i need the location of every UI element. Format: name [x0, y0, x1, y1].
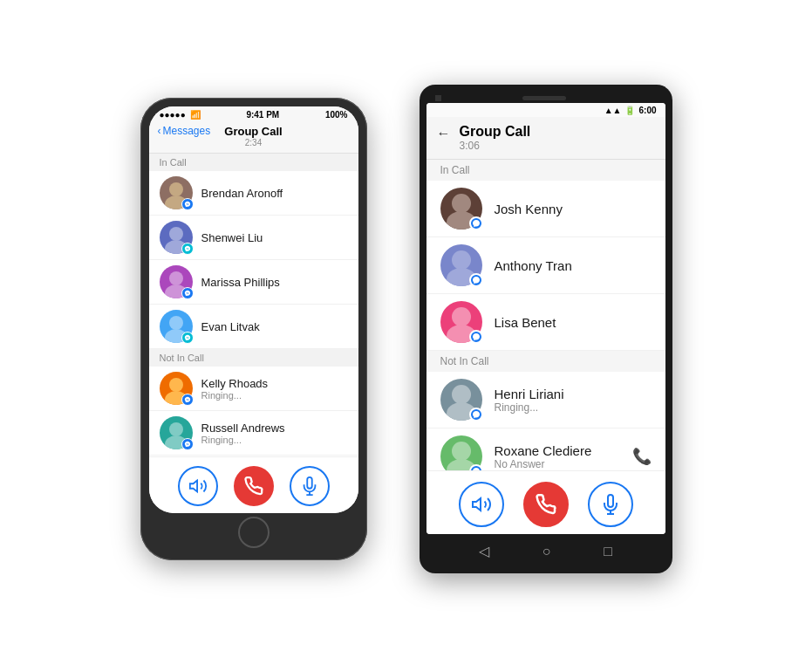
android-in-call-header: In Call	[426, 160, 665, 181]
ios-in-call-header: In Call	[149, 154, 358, 171]
avatar	[160, 176, 193, 209]
contact-name: Shenwei Liu	[201, 231, 263, 244]
avatar	[440, 188, 482, 230]
svg-point-21	[452, 385, 471, 404]
avatar	[440, 244, 482, 286]
svg-point-8	[169, 378, 183, 392]
phone-icon: 📞	[632, 447, 652, 466]
android-speaker	[522, 96, 566, 100]
list-item[interactable]: Evan Litvak	[149, 305, 358, 349]
list-item[interactable]: Lisa Benet	[426, 294, 665, 351]
svg-point-2	[169, 227, 183, 241]
avatar	[440, 379, 482, 421]
contact-name: Lisa Benet	[495, 315, 556, 330]
svg-point-6	[169, 316, 183, 330]
android-nav-bar: ← Group Call 3:06	[426, 117, 665, 160]
android-device: ▲▲ 🔋 6:00 ← Group Call 3:06 In Call	[420, 85, 672, 573]
android-home-nav[interactable]: ○	[542, 544, 551, 559]
avatar	[160, 310, 193, 343]
contact-name: Russell Andrews	[201, 422, 285, 435]
list-item[interactable]: Anthony Tran	[426, 237, 665, 294]
contact-name: Evan Litvak	[201, 320, 260, 333]
mute-button[interactable]	[290, 466, 330, 506]
contact-status: Ringing...	[495, 401, 564, 414]
iphone-content: In Call Brendan Aronoff	[149, 154, 358, 456]
iphone-nav-bar: ‹ Messages Group Call 2:34	[149, 121, 358, 154]
iphone-device: ●●●●● 📶 9:41 PM 100% ‹ Messages Group Ca…	[140, 98, 367, 560]
contact-status: No Answer	[495, 458, 620, 470]
android-screen: ▲▲ 🔋 6:00 ← Group Call 3:06 In Call	[426, 103, 665, 534]
contact-name: Anthony Tran	[495, 258, 572, 273]
avatar	[160, 221, 193, 254]
iphone-nav-subtitle: 2:34	[158, 138, 350, 147]
avatar	[160, 372, 193, 405]
android-nav-subtitle: 3:06	[460, 140, 531, 152]
android-nav-title: Group Call	[460, 124, 531, 140]
list-item[interactable]: Kelly Rhoads Ringing...	[149, 367, 358, 411]
svg-point-10	[169, 422, 183, 436]
speaker-button[interactable]	[178, 466, 218, 506]
list-item[interactable]: Brendan Aronoff	[149, 171, 358, 216]
svg-point-0	[169, 182, 183, 196]
list-item[interactable]: Josh Kenny	[426, 181, 665, 237]
android-system-nav: ◁ ○ □	[426, 536, 665, 566]
avatar	[160, 416, 193, 449]
contact-name: Brendan Aronoff	[201, 187, 283, 200]
iphone-screen: ●●●●● 📶 9:41 PM 100% ‹ Messages Group Ca…	[149, 106, 358, 513]
svg-marker-25	[473, 498, 481, 511]
android-recents-nav[interactable]: □	[604, 544, 612, 559]
svg-point-15	[452, 194, 471, 213]
android-status-bar: ▲▲ 🔋 6:00	[426, 103, 665, 117]
list-item[interactable]: Russell Andrews Ringing...	[149, 411, 358, 456]
iphone-home-button[interactable]	[238, 517, 270, 548]
list-item[interactable]: Marissa Phillips	[149, 260, 358, 305]
android-end-call-button[interactable]	[523, 482, 569, 527]
android-back-button[interactable]: ←	[437, 126, 451, 141]
list-item[interactable]: Roxane Clediere No Answer 📞	[426, 428, 665, 470]
contact-name: Henri Liriani	[495, 387, 564, 401]
android-mute-button[interactable]	[588, 482, 633, 527]
svg-point-4	[169, 271, 183, 285]
iphone-call-controls	[149, 456, 358, 513]
avatar	[440, 301, 482, 343]
svg-marker-12	[189, 481, 196, 492]
contact-status: Ringing...	[201, 390, 269, 401]
list-item[interactable]: Shenwei Liu	[149, 216, 358, 260]
avatar	[160, 265, 193, 298]
end-call-button[interactable]	[234, 466, 274, 506]
contact-name: Josh Kenny	[495, 202, 563, 216]
android-content: In Call Josh Kenny	[426, 160, 665, 470]
android-speaker-button[interactable]	[459, 482, 504, 527]
iphone-time: 9:41 PM	[246, 110, 279, 120]
iphone-status-bar: ●●●●● 📶 9:41 PM 100%	[149, 106, 358, 121]
android-time: 6:00	[638, 106, 656, 115]
contact-name: Marissa Phillips	[201, 276, 280, 289]
svg-point-17	[452, 250, 471, 270]
android-not-in-call-header: Not In Call	[426, 351, 665, 372]
contact-status: Ringing...	[201, 435, 285, 445]
android-camera	[435, 95, 441, 101]
svg-point-23	[452, 442, 471, 461]
avatar	[440, 435, 482, 470]
list-item[interactable]: Henri Liriani Ringing...	[426, 372, 665, 428]
android-call-controls	[426, 470, 665, 534]
contact-name: Roxane Clediere	[495, 443, 620, 458]
contact-name: Kelly Rhoads	[201, 377, 269, 390]
ios-not-in-call-header: Not In Call	[149, 349, 358, 367]
android-back-nav[interactable]: ◁	[479, 543, 489, 559]
svg-point-19	[452, 307, 471, 326]
iphone-battery: 100%	[325, 110, 348, 120]
